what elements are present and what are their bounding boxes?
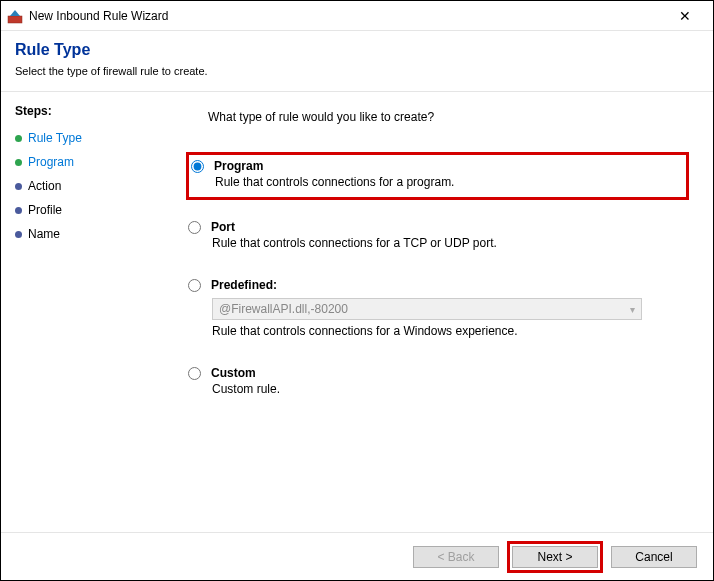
step-name[interactable]: Name <box>15 222 162 246</box>
page-subtitle: Select the type of firewall rule to crea… <box>15 65 699 77</box>
option-label: Predefined: <box>211 278 277 292</box>
radio-input-program[interactable] <box>191 160 204 173</box>
step-program[interactable]: Program <box>15 150 162 174</box>
firewall-icon <box>7 8 23 24</box>
option-desc: Rule that controls connections for a TCP… <box>212 236 683 250</box>
page-title: Rule Type <box>15 41 699 59</box>
back-button: < Back <box>413 546 499 568</box>
step-label: Action <box>28 179 61 193</box>
next-button[interactable]: Next > <box>512 546 598 568</box>
chevron-down-icon: ▾ <box>630 304 635 315</box>
step-label: Program <box>28 155 74 169</box>
radio-program[interactable]: Program <box>191 159 680 173</box>
predefined-value: @FirewallAPI.dll,-80200 <box>219 302 348 316</box>
radio-port[interactable]: Port <box>188 220 683 234</box>
step-label: Name <box>28 227 60 241</box>
option-desc: Custom rule. <box>212 382 683 396</box>
radio-custom[interactable]: Custom <box>188 366 683 380</box>
step-profile[interactable]: Profile <box>15 198 162 222</box>
step-label: Rule Type <box>28 131 82 145</box>
sidebar: Steps: Rule Type Program Action Profile … <box>1 92 176 530</box>
option-label: Custom <box>211 366 256 380</box>
option-desc: Rule that controls connections for a pro… <box>215 175 680 189</box>
cancel-button[interactable]: Cancel <box>611 546 697 568</box>
close-button[interactable]: ✕ <box>662 1 707 30</box>
radio-input-custom[interactable] <box>188 367 201 380</box>
window-title: New Inbound Rule Wizard <box>29 9 662 23</box>
option-port: Port Rule that controls connections for … <box>186 216 689 258</box>
header: Rule Type Select the type of firewall ru… <box>1 31 713 91</box>
bullet-icon <box>15 159 22 166</box>
option-label: Program <box>214 159 263 173</box>
bullet-icon <box>15 183 22 190</box>
step-label: Profile <box>28 203 62 217</box>
footer: < Back Next > Cancel <box>1 532 713 580</box>
content-pane: What type of rule would you like to crea… <box>176 92 713 530</box>
option-predefined: Predefined: @FirewallAPI.dll,-80200 ▾ Ru… <box>186 274 689 346</box>
next-button-highlight: Next > <box>507 541 603 573</box>
bullet-icon <box>15 135 22 142</box>
option-custom: Custom Custom rule. <box>186 362 689 404</box>
radio-predefined[interactable]: Predefined: <box>188 278 683 292</box>
close-icon: ✕ <box>679 8 691 24</box>
option-program: Program Rule that controls connections f… <box>186 152 689 200</box>
radio-input-port[interactable] <box>188 221 201 234</box>
step-rule-type[interactable]: Rule Type <box>15 126 162 150</box>
bullet-icon <box>15 207 22 214</box>
predefined-select: @FirewallAPI.dll,-80200 ▾ <box>212 298 642 320</box>
sidebar-title: Steps: <box>15 104 162 118</box>
step-action[interactable]: Action <box>15 174 162 198</box>
titlebar: New Inbound Rule Wizard ✕ <box>1 1 713 31</box>
option-label: Port <box>211 220 235 234</box>
radio-input-predefined[interactable] <box>188 279 201 292</box>
content-prompt: What type of rule would you like to crea… <box>208 110 689 124</box>
option-desc: Rule that controls connections for a Win… <box>212 324 683 338</box>
svg-rect-0 <box>8 16 22 23</box>
bullet-icon <box>15 231 22 238</box>
